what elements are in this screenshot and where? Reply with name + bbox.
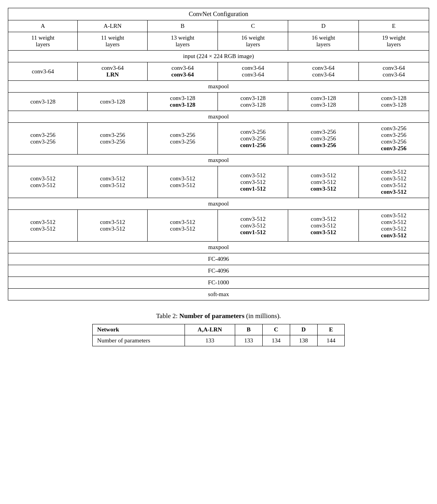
cell-a-512a: conv3-512conv3-512 xyxy=(8,166,78,198)
cell-alrn-64: conv3-64LRN xyxy=(78,62,147,81)
cell-b-512a: conv3-512conv3-512 xyxy=(147,166,218,198)
cell-d-512a: conv3-512conv3-512conv3-512 xyxy=(288,166,358,198)
cell-alrn-512a: conv3-512conv3-512 xyxy=(78,166,147,198)
maxpool-1: maxpool xyxy=(8,81,429,93)
cell-a-512b: conv3-512conv3-512 xyxy=(8,210,78,242)
cell-e-512b: conv3-512conv3-512conv3-512conv3-512 xyxy=(358,210,429,242)
params-col-c: C xyxy=(262,324,290,335)
col-header-d: D xyxy=(288,20,358,32)
cell-e-512a: conv3-512conv3-512conv3-512conv3-512 xyxy=(358,166,429,198)
convnet-config-table: ConvNet Configuration A A-LRN B C D E 11… xyxy=(8,8,429,300)
params-row: Number of parameters 133 133 134 138 144 xyxy=(92,335,345,346)
params-val-c: 134 xyxy=(262,335,290,346)
params-val-b: 133 xyxy=(235,335,262,346)
caption-bold: Number of parameters xyxy=(179,312,245,320)
maxpool-3: maxpool xyxy=(8,155,429,166)
table1-title: ConvNet Configuration xyxy=(8,8,429,20)
cell-alrn-128: conv3-128 xyxy=(78,93,147,111)
cell-c-64: conv3-64conv3-64 xyxy=(218,62,288,81)
cell-b-512b: conv3-512conv3-512 xyxy=(147,210,218,242)
cell-a-256: conv3-256conv3-256 xyxy=(8,123,78,155)
cell-d-512b: conv3-512conv3-512conv3-512 xyxy=(288,210,358,242)
maxpool-4: maxpool xyxy=(8,198,429,210)
cell-c-512a: conv3-512conv3-512conv1-512 xyxy=(218,166,288,198)
params-table: Network A,A-LRN B C D E Number of parame… xyxy=(92,324,345,346)
table2-section: Table 2: Number of parameters (in millio… xyxy=(8,312,429,346)
col-header-a: A xyxy=(8,20,78,32)
weight-d: 16 weightlayers xyxy=(288,32,358,51)
col-header-e: E xyxy=(358,20,429,32)
params-col-aalrn: A,A-LRN xyxy=(185,324,235,335)
maxpool-5: maxpool xyxy=(8,242,429,253)
fc-4096-2: FC-4096 xyxy=(8,265,429,277)
weight-b: 13 weightlayers xyxy=(147,32,218,51)
params-row-label: Number of parameters xyxy=(92,335,185,346)
params-col-network: Network xyxy=(92,324,185,335)
fc-1000: FC-1000 xyxy=(8,277,429,289)
cell-a-64: conv3-64 xyxy=(8,62,78,81)
cell-c-128: conv3-128conv3-128 xyxy=(218,93,288,111)
cell-d-256: conv3-256conv3-256conv3-256 xyxy=(288,123,358,155)
cell-d-64: conv3-64conv3-64 xyxy=(288,62,358,81)
params-col-d: D xyxy=(290,324,317,335)
cell-e-256: conv3-256conv3-256conv3-256conv3-256 xyxy=(358,123,429,155)
cell-c-256: conv3-256conv3-256conv1-256 xyxy=(218,123,288,155)
cell-e-64: conv3-64conv3-64 xyxy=(358,62,429,81)
weight-a: 11 weightlayers xyxy=(8,32,78,51)
weight-c: 16 weightlayers xyxy=(218,32,288,51)
cell-e-128: conv3-128conv3-128 xyxy=(358,93,429,111)
params-col-b: B xyxy=(235,324,262,335)
cell-alrn-256: conv3-256conv3-256 xyxy=(78,123,147,155)
params-val-aalrn: 133 xyxy=(185,335,235,346)
page-container: ConvNet Configuration A A-LRN B C D E 11… xyxy=(8,8,429,346)
cell-alrn-512b: conv3-512conv3-512 xyxy=(78,210,147,242)
cell-a-128: conv3-128 xyxy=(8,93,78,111)
fc-4096-1: FC-4096 xyxy=(8,253,429,265)
params-val-e: 144 xyxy=(317,335,345,346)
weight-e: 19 weightlayers xyxy=(358,32,429,51)
cell-c-512b: conv3-512conv3-512conv1-512 xyxy=(218,210,288,242)
cell-b-256: conv3-256conv3-256 xyxy=(147,123,218,155)
col-header-alrn: A-LRN xyxy=(78,20,147,32)
col-header-c: C xyxy=(218,20,288,32)
softmax: soft-max xyxy=(8,289,429,300)
cell-d-128: conv3-128conv3-128 xyxy=(288,93,358,111)
cell-b-128: conv3-128conv3-128 xyxy=(147,93,218,111)
cell-b-64: conv3-64conv3-64 xyxy=(147,62,218,81)
params-col-e: E xyxy=(317,324,345,335)
input-row: input (224 × 224 RGB image) xyxy=(8,51,429,62)
weight-alrn: 11 weightlayers xyxy=(78,32,147,51)
params-val-d: 138 xyxy=(290,335,317,346)
caption-suffix: (in millions). xyxy=(245,312,281,320)
table2-caption: Table 2: Number of parameters (in millio… xyxy=(8,312,429,320)
caption-prefix: Table 2: xyxy=(156,312,179,320)
col-header-b: B xyxy=(147,20,218,32)
maxpool-2: maxpool xyxy=(8,111,429,123)
